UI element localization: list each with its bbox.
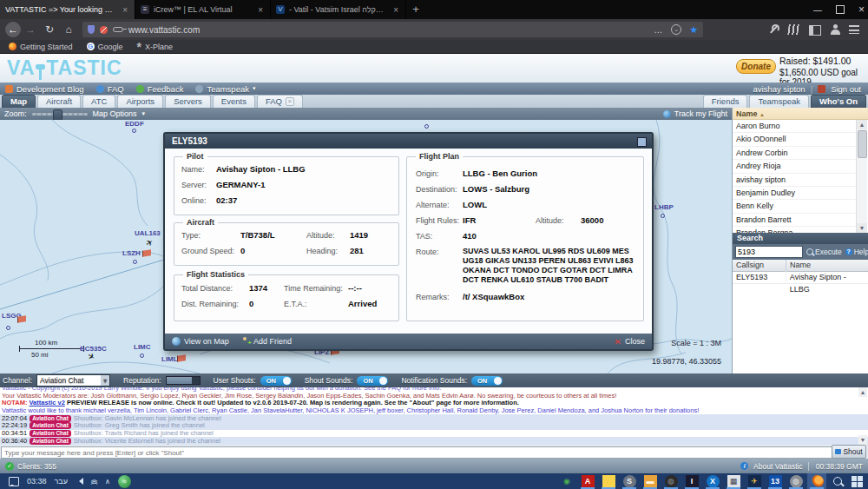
map-label-ual163[interactable]: UAL163 (135, 229, 161, 237)
names-scrollbar[interactable]: ▲ ▼ (856, 120, 867, 233)
atc-flag-icon[interactable] (142, 249, 151, 256)
scroll-up-icon[interactable]: ▲ (858, 387, 867, 397)
home-button[interactable]: ⌂ (59, 23, 78, 36)
atc-flag-icon[interactable] (17, 315, 26, 322)
whos-on-list-item[interactable]: Benn Kelly (733, 200, 858, 213)
library-icon[interactable] (787, 24, 799, 35)
vattastic-v2-link[interactable]: Vattastic v2 (30, 399, 65, 406)
airport-dot-icon[interactable] (424, 124, 429, 129)
map-label-lhbp[interactable]: LHBP (654, 203, 674, 211)
scroll-down-icon[interactable]: ▼ (858, 435, 867, 445)
reload-button[interactable]: ↻ (40, 23, 59, 36)
tab-map[interactable]: Map (2, 95, 36, 108)
whos-on-list-item[interactable]: avishay sipton (733, 174, 858, 187)
shout-sounds-toggle[interactable]: ON (357, 376, 388, 386)
tab-friends[interactable]: Friends (703, 95, 748, 108)
taskbar-search-button[interactable] (828, 473, 847, 489)
wifi-icon[interactable]: ((( (91, 479, 99, 484)
tab-faq[interactable]: FAQ× (257, 95, 303, 108)
airport-dot-icon[interactable] (6, 326, 10, 330)
airport-dot-icon[interactable] (133, 260, 137, 264)
xplane-icon[interactable]: X (703, 473, 722, 489)
scroll-up-icon[interactable]: ▲ (857, 120, 867, 129)
account-icon[interactable] (830, 24, 840, 35)
add-friend-button[interactable]: Add Friend (241, 337, 292, 346)
tab-close-icon[interactable]: × (121, 5, 129, 15)
nav-teamspeak[interactable]: Teamspeak ▾ (195, 84, 255, 94)
bookmark-xplane[interactable]: * X-Plane (137, 43, 173, 51)
search-result-row[interactable]: ELY5193 Avishay Sipton - LLBG (733, 271, 868, 284)
whos-on-list-item[interactable]: Andrey Rioja (733, 160, 858, 173)
calculator-icon[interactable]: ▦ (724, 473, 743, 489)
windows-start-button[interactable] (847, 473, 866, 489)
map-label-limc[interactable]: LIMC (134, 343, 151, 351)
name-column-header[interactable]: Name ▲ (733, 108, 868, 120)
map-label-liml[interactable]: LIML (161, 355, 178, 363)
forward-button[interactable]: → (21, 23, 40, 36)
tab-whos-on[interactable]: Who's On (811, 95, 866, 108)
restore-button[interactable] (836, 5, 845, 14)
whos-on-list-item[interactable]: Brandon Bergna (733, 227, 858, 233)
airplane-app-icon[interactable]: ✈ (745, 473, 764, 489)
icrew-app-icon[interactable]: I (682, 473, 701, 489)
tab-close-icon[interactable]: × (391, 5, 400, 15)
scroll-thumb[interactable] (858, 130, 867, 158)
tab-events[interactable]: Events (213, 95, 255, 108)
blue-tile-app-icon[interactable]: 13 (766, 473, 785, 489)
adobe-acrobat-icon[interactable]: A (578, 473, 597, 489)
grey-sphere-app-icon[interactable]: S (620, 473, 639, 489)
execute-button[interactable]: Execute (806, 248, 842, 256)
tab-close-icon[interactable]: × (256, 5, 265, 15)
wrench-icon[interactable] (767, 23, 779, 36)
chat-scrollbar[interactable]: ▲ ▼ (858, 387, 867, 445)
tray-expand-icon[interactable]: ∧ (105, 478, 110, 486)
scroll-down-icon[interactable]: ▼ (857, 223, 867, 233)
popup-pin-icon[interactable] (637, 137, 647, 147)
channel-select[interactable]: Aviation Chat (36, 374, 110, 387)
bookmark-star-icon[interactable]: ★ (689, 24, 698, 36)
language-indicator[interactable]: עבר (55, 477, 68, 486)
airport-dot-icon[interactable] (132, 129, 136, 133)
whos-on-list-item[interactable]: Akio ODonnell (733, 133, 858, 146)
nav-feedback[interactable]: Feedback (136, 84, 184, 94)
map-label-eddf[interactable]: EDDF (125, 120, 144, 128)
volume-icon[interactable] (76, 478, 83, 485)
tracking-protection-shield-icon[interactable] (88, 25, 95, 34)
track-my-flight-button[interactable]: Track my Flight (663, 108, 727, 120)
close-window-button[interactable]: × (858, 3, 865, 16)
hamburger-menu-icon[interactable] (849, 25, 859, 34)
file-explorer-icon[interactable]: ▬ (641, 473, 660, 489)
logged-in-user[interactable]: avishay sipton (753, 84, 805, 94)
browser-tab-vattastic[interactable]: VATTASTIC => Your looking glass i × (0, 0, 135, 19)
user-shouts-toggle[interactable]: ON (260, 376, 292, 386)
message-input[interactable] (1, 446, 837, 459)
zoom-slider-handle[interactable] (53, 109, 62, 121)
sticky-notes-icon[interactable] (599, 473, 618, 489)
shout-button[interactable]: Shout (832, 445, 866, 459)
browser-tab-icrew[interactable]: ≡ iCrew™ | EL AL Virtual × (135, 0, 271, 19)
tab-airports[interactable]: Airports (117, 95, 163, 108)
view-on-map-button[interactable]: View on Map (172, 337, 229, 346)
new-tab-button[interactable]: + (406, 0, 425, 19)
name-column-header[interactable]: Name (786, 260, 811, 271)
zoom-slider[interactable] (32, 113, 88, 116)
about-vattastic-link[interactable]: About Vattastic (753, 462, 803, 471)
atc-flag-icon[interactable] (177, 354, 186, 361)
taskbar-clock[interactable]: 03:38 (27, 477, 47, 486)
nav-faq[interactable]: FAQ (96, 84, 124, 94)
popup-title[interactable]: ELY5193 (165, 134, 652, 149)
sidebar-toggle-icon[interactable] (809, 25, 821, 36)
help-button[interactable]: ? Help (845, 248, 868, 256)
permission-blocked-icon[interactable] (100, 26, 108, 34)
bookmark-getting-started[interactable]: Getting Started (9, 43, 73, 51)
browser-tab-vatil[interactable]: V - Vatil - Vatsim Israel ב תקלה × (271, 0, 406, 19)
nav-development-blog[interactable]: Development Blog (5, 84, 84, 94)
pocket-icon[interactable]: ⌄ (671, 24, 681, 35)
url-bar[interactable]: www.vattastic.com … ⌄ ★ (82, 22, 703, 37)
action-center-icon[interactable] (9, 477, 19, 486)
url-text[interactable]: www.vattastic.com (128, 25, 200, 35)
whos-on-list-item[interactable]: Benjamin Dudley (733, 187, 858, 200)
globe-app-icon[interactable]: ◍ (786, 473, 806, 489)
donate-button[interactable]: Donate (736, 59, 776, 74)
dark-sphere-app-icon[interactable]: ◍ (661, 473, 681, 489)
